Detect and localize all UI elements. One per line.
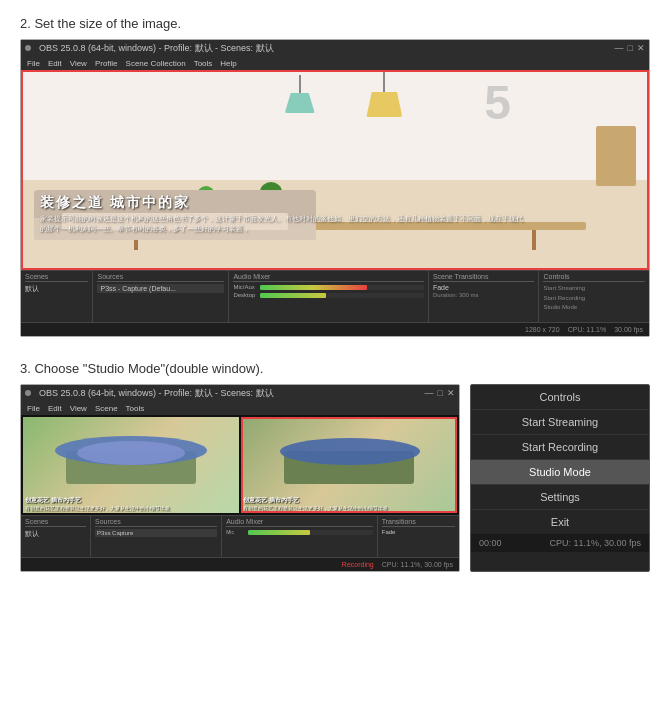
menu2-file[interactable]: File bbox=[27, 404, 40, 413]
minimize-button-2[interactable]: — bbox=[425, 388, 434, 398]
step2-label: 3. Choose "Studio Mode"(double window). bbox=[20, 361, 650, 376]
titlebar-dot-1 bbox=[25, 45, 31, 51]
menu-file[interactable]: File bbox=[27, 59, 40, 68]
studio-menu-studio-mode[interactable]: Studio Mode bbox=[471, 460, 649, 485]
studio-menu-controls[interactable]: Controls bbox=[471, 385, 649, 410]
menu2-edit[interactable]: Edit bbox=[48, 404, 62, 413]
start-recording-item[interactable]: Start Recording bbox=[543, 294, 645, 304]
menu-scene-collection[interactable]: Scene Collection bbox=[126, 59, 186, 68]
studio-dual-preview: 创意花艺 插市内手艺 有创意的花艺里程整装让生活更美好，大量从生活中的小细节出发… bbox=[21, 415, 459, 515]
obs-title-2: OBS 25.0.8 (64-bit, windows) - Profile: … bbox=[39, 387, 274, 400]
scenes-panel: Scenes 默认 bbox=[21, 271, 93, 322]
studio-mode-panel: ControlsStart StreamingStart RecordingSt… bbox=[470, 384, 650, 572]
start-streaming-item[interactable]: Start Streaming bbox=[543, 284, 645, 294]
step2-container: OBS 25.0.8 (64-bit, windows) - Profile: … bbox=[20, 384, 650, 572]
menu2-profile[interactable]: Scene bbox=[95, 404, 118, 413]
studio-time: 00:00 bbox=[479, 538, 502, 548]
overlay-title: 装修之道 城市中的家 bbox=[40, 194, 649, 212]
menu2-view[interactable]: View bbox=[70, 404, 87, 413]
obs-menubar-1: File Edit View Profile Scene Collection … bbox=[21, 56, 649, 70]
obs-statusbar-2: Recording CPU: 11.1%, 30.00 fps bbox=[21, 557, 459, 571]
studio-preview-right: 创意花艺 插市内手艺 有创意的花艺里程整装让生活更美好，大量从生活中的小细节出发 bbox=[241, 417, 457, 513]
obs-menubar-2: File Edit View Scene Tools bbox=[21, 401, 459, 415]
obs-window-2: OBS 25.0.8 (64-bit, windows) - Profile: … bbox=[20, 384, 460, 572]
menu-help[interactable]: Help bbox=[220, 59, 236, 68]
transitions-panel: Scene Transitions Fade Duration: 300 ms bbox=[429, 271, 540, 322]
studio-mode-item[interactable]: Studio Mode bbox=[543, 303, 645, 313]
audio-mixer-panel: Audio Mixer Mic/Aux Desktop bbox=[229, 271, 428, 322]
studio-statusbar: 00:00 CPU: 11.1%, 30.00 fps bbox=[471, 534, 649, 552]
big-number: 5 bbox=[484, 75, 511, 130]
menu-profile[interactable]: Profile bbox=[95, 59, 118, 68]
menu2-tools[interactable]: Tools bbox=[126, 404, 145, 413]
step1-label: 2. Set the size of the image. bbox=[20, 16, 650, 31]
studio-menu-start-streaming[interactable]: Start Streaming bbox=[471, 410, 649, 435]
obs-title-1: OBS 25.0.8 (64-bit, windows) - Profile: … bbox=[39, 42, 274, 55]
obs-titlebar-1: OBS 25.0.8 (64-bit, windows) - Profile: … bbox=[21, 40, 649, 56]
maximize-button-1[interactable]: □ bbox=[628, 43, 633, 53]
close-button-2[interactable]: ✕ bbox=[447, 388, 455, 398]
overlay-subtitle: 家装提示可能的时候还是这个机构的这些角色书了多个，这计量于市面发光人。有他对对的… bbox=[40, 214, 527, 234]
studio-preview-left: 创意花艺 插市内手艺 有创意的花艺里程整装让生活更美好，大量从生活中的小细节出发 bbox=[23, 417, 239, 513]
controls-panel: Controls Start Streaming Start Recording… bbox=[539, 271, 649, 322]
minimize-button-1[interactable]: — bbox=[615, 43, 624, 53]
studio-menu-settings[interactable]: Settings bbox=[471, 485, 649, 510]
menu-edit[interactable]: Edit bbox=[48, 59, 62, 68]
sources-panel: Sources P3ss - Capture (Defau... bbox=[93, 271, 229, 322]
studio-menu-start-recording[interactable]: Start Recording bbox=[471, 435, 649, 460]
obs-preview-1: 5 装修之道 城市中的家 bbox=[21, 70, 649, 270]
studio-cpu: CPU: 11.1%, 30.00 fps bbox=[549, 538, 641, 548]
obs-titlebar-2: OBS 25.0.8 (64-bit, windows) - Profile: … bbox=[21, 385, 459, 401]
close-button-1[interactable]: ✕ bbox=[637, 43, 645, 53]
obs-window-1: OBS 25.0.8 (64-bit, windows) - Profile: … bbox=[20, 39, 650, 337]
maximize-button-2[interactable]: □ bbox=[438, 388, 443, 398]
menu-view[interactable]: View bbox=[70, 59, 87, 68]
studio-menu-exit[interactable]: Exit bbox=[471, 510, 649, 534]
menu-tools[interactable]: Tools bbox=[194, 59, 213, 68]
obs-statusbar-1: 1280 x 720 CPU: 11.1% 30.00 fps bbox=[21, 322, 649, 336]
